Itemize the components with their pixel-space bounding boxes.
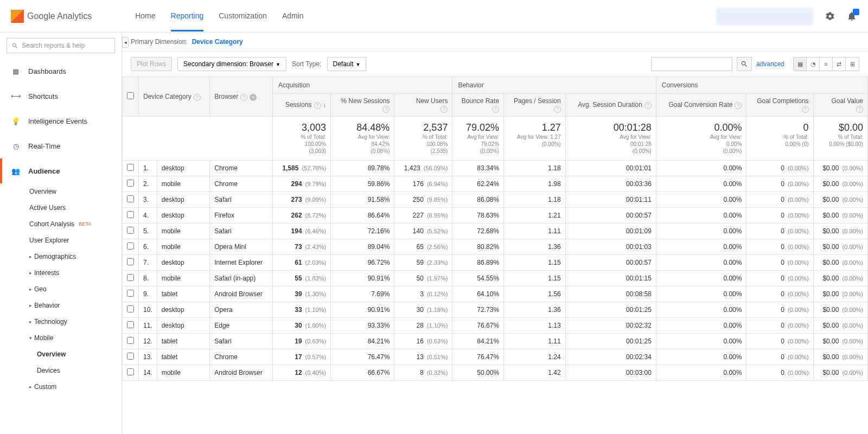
device-cell[interactable]: mobile [157,176,210,192]
table-row[interactable]: 5.mobileSafari194(6.46%)72.16%140(5.52%)… [123,224,868,239]
sidebar-item-shortcuts[interactable]: ⟷Shortcuts [0,84,122,108]
subsubnav-overview[interactable]: Overview [37,346,122,362]
goal-value-header[interactable]: Goal Value? [813,94,867,117]
advanced-link[interactable]: advanced [756,60,784,68]
subnav-user-explorer[interactable]: User Explorer [29,232,122,248]
subsubnav-devices[interactable]: Devices [37,362,122,379]
table-row[interactable]: 3.desktopSafari273(9.09%)91.58%250(9.85%… [123,192,868,208]
help-icon[interactable]: ? [314,102,321,109]
row-checkbox[interactable] [127,305,134,312]
browser-cell[interactable]: Safari (in-app) [210,271,273,286]
device-cell[interactable]: desktop [157,318,210,334]
row-checkbox[interactable] [127,195,134,202]
account-selector[interactable] [716,8,814,25]
sidebar-item-real-time[interactable]: ◷Real-Time [0,133,122,158]
table-row[interactable]: 7.desktopInternet Explorer61(2.03%)96.72… [123,255,868,271]
logo[interactable]: Google Analytics [11,10,92,23]
browser-cell[interactable]: Safari [210,224,273,239]
help-icon[interactable]: ? [441,106,448,113]
goal-completions-header[interactable]: Goal Completions? [746,94,813,117]
browser-cell[interactable]: Firefox [210,208,273,224]
subnav-demographics[interactable]: ▸Demographics [29,248,122,265]
table-row[interactable]: 8.mobileSafari (in-app)55(1.83%)90.91%50… [123,271,868,286]
subnav-geo[interactable]: ▸Geo [29,281,122,297]
row-checkbox[interactable] [127,164,134,171]
help-icon[interactable]: ? [240,94,247,101]
select-all-checkbox[interactable] [127,92,134,99]
help-icon[interactable]: ? [644,102,652,109]
device-cell[interactable]: desktop [157,208,210,224]
browser-cell[interactable]: Android Browser [210,286,273,302]
topnav-admin[interactable]: Admin [282,1,304,31]
gear-icon[interactable] [825,11,835,22]
view-pie-icon[interactable]: ◔ [807,58,820,71]
device-category-header[interactable]: Device Category? [139,77,210,117]
view-pivot-icon[interactable]: ⊞ [846,58,859,71]
secondary-dimension-selector[interactable]: Secondary dimension: Browser▼ [177,57,286,71]
device-cell[interactable]: mobile [157,224,210,239]
help-icon[interactable]: ? [856,106,863,113]
sidebar-item-audience[interactable]: 👥Audience [0,158,122,183]
help-icon[interactable]: ? [382,106,390,113]
browser-cell[interactable]: Safari [210,192,273,208]
table-row[interactable]: 11.desktopEdge30(1.00%)93.33%28(1.10%)76… [123,318,868,334]
topnav-reporting[interactable]: Reporting [171,1,204,31]
browser-cell[interactable]: Internet Explorer [210,255,273,271]
sort-type-selector[interactable]: Default▼ [327,57,367,71]
device-cell[interactable]: mobile [157,239,210,255]
subnav-overview[interactable]: Overview [29,183,122,200]
device-cell[interactable]: tablet [157,349,210,365]
view-bar-icon[interactable]: ≡ [820,58,833,71]
browser-cell[interactable]: Safari [210,334,273,349]
browser-cell[interactable]: Android Browser [210,365,273,381]
browser-cell[interactable]: Chrome [210,176,273,192]
device-cell[interactable]: tablet [157,334,210,349]
browser-header[interactable]: Browser?× [210,77,273,117]
device-cell[interactable]: tablet [157,286,210,302]
collapse-sidebar-handle[interactable]: ◂ [122,37,129,48]
new-users-header[interactable]: New Users? [394,94,452,117]
device-cell[interactable]: mobile [157,271,210,286]
primary-dimension-value[interactable]: Device Category [192,38,243,46]
table-row[interactable]: 2.mobileChrome294(9.79%)59.86%176(6.94%)… [123,176,868,192]
browser-cell[interactable]: Opera [210,302,273,318]
help-icon[interactable]: ? [554,106,561,113]
row-checkbox[interactable] [127,353,134,360]
topnav-customization[interactable]: Customization [219,1,267,31]
help-icon[interactable]: ? [802,106,809,113]
row-checkbox[interactable] [127,274,134,281]
view-comparison-icon[interactable]: ⇄ [833,58,846,71]
row-checkbox[interactable] [127,227,134,234]
device-cell[interactable]: desktop [157,192,210,208]
bounce-rate-header[interactable]: Bounce Rate? [452,94,504,117]
sidebar-item-dashboards[interactable]: ▦Dashboards [0,59,122,84]
device-cell[interactable]: desktop [157,255,210,271]
subnav-cohort-analysis[interactable]: Cohort AnalysisBETA [29,216,122,232]
table-row[interactable]: 10.desktopOpera33(1.10%)90.91%30(1.18%)7… [123,302,868,318]
table-row[interactable]: 14.mobileAndroid Browser12(0.40%)66.67%8… [123,365,868,381]
notifications-icon[interactable] [846,11,857,22]
device-cell[interactable]: mobile [157,365,210,381]
browser-cell[interactable]: Chrome [210,161,273,176]
sidebar-item-intelligence-events[interactable]: 💡Intelligence Events [0,108,122,133]
row-checkbox[interactable] [127,242,134,250]
table-row[interactable]: 12.tabletSafari19(0.63%)84.21%16(0.63%)8… [123,334,868,349]
pages-per-session-header[interactable]: Pages / Session? [504,94,566,117]
subnav-custom[interactable]: ▸Custom [29,379,122,395]
row-checkbox[interactable] [127,368,134,375]
pct-new-sessions-header[interactable]: % New Sessions? [331,94,394,117]
table-row[interactable]: 9.tabletAndroid Browser39(1.30%)7.69%3(0… [123,286,868,302]
help-icon[interactable]: ? [735,102,742,109]
table-row[interactable]: 6.mobileOpera Mini73(2.43%)89.04%65(2.56… [123,239,868,255]
topnav-home[interactable]: Home [135,1,155,31]
row-checkbox[interactable] [127,337,134,344]
remove-secondary-dim-icon[interactable]: × [250,94,257,101]
table-row[interactable]: 1.desktopChrome1,585(52.78%)89.78%1,423(… [123,161,868,176]
subnav-active-users[interactable]: Active Users [29,200,122,216]
device-cell[interactable]: desktop [157,161,210,176]
help-icon[interactable]: ? [492,106,499,113]
subnav-behavior[interactable]: ▸Behavior [29,297,122,314]
avg-session-duration-header[interactable]: Avg. Session Duration? [565,94,656,117]
subnav-interests[interactable]: ▸Interests [29,265,122,281]
view-table-icon[interactable]: ▦ [794,58,807,71]
